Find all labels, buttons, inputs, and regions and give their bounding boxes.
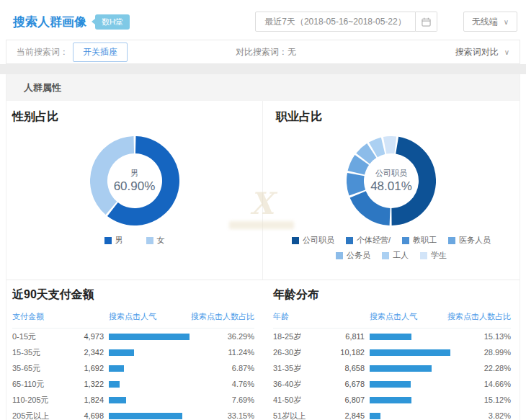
- column-header: 年龄: [273, 311, 334, 322]
- page-header: 搜索人群画像 数H堂 最近7天（2018-05-16~2018-05-22） 无…: [6, 9, 520, 35]
- donut-slice-女: [90, 136, 134, 215]
- table-row: 65-110元1,3224.76%: [12, 376, 254, 392]
- row-pct: 7.69%: [202, 396, 254, 404]
- bar-track: [109, 397, 202, 403]
- donut-slice-个体经营/: [350, 191, 391, 225]
- stat-tables-row: 近90天支付金额 支付金额搜索点击人气搜索点击人数占比 0-15元4,97336…: [6, 280, 520, 420]
- legend-swatch-icon: [336, 252, 343, 259]
- row-pct: 28.99%: [459, 348, 511, 357]
- legend-item[interactable]: 学生: [420, 250, 447, 261]
- section-title: 人群属性: [24, 82, 61, 93]
- table-row: 110-205元1,8247.69%: [12, 392, 254, 408]
- row-pct: 15.12%: [459, 396, 511, 404]
- row-label: 26-30岁: [273, 347, 334, 358]
- bar-track: [370, 413, 459, 419]
- age-table-panel: 年龄分布 年龄搜索点击人气搜索点击人数占比 18-25岁6,81115.13%2…: [263, 280, 520, 420]
- legend-item[interactable]: 公务员: [336, 250, 370, 261]
- bar: [109, 334, 190, 340]
- row-pct: 4.76%: [202, 380, 254, 388]
- bar-track: [370, 381, 459, 388]
- row-value: 6,807: [334, 396, 365, 404]
- legend-item[interactable]: 教职工: [402, 235, 437, 246]
- calendar-icon: [422, 17, 431, 27]
- row-label: 51岁以上: [273, 411, 334, 420]
- table-row: 31-35岁8,65822.28%: [273, 360, 511, 376]
- legend-item[interactable]: 个体经营/: [346, 235, 391, 246]
- table-row: 205元以上4,69833.15%: [12, 408, 254, 420]
- table-row: 0-15元4,97336.29%: [12, 329, 254, 344]
- chart-title-gender: 性别占比: [6, 110, 262, 125]
- legend-label: 学生: [431, 250, 447, 261]
- section-separator: [0, 64, 526, 74]
- legend-label: 教职工: [413, 235, 437, 246]
- donut-slice-学生: [383, 136, 396, 154]
- chevron-down-icon: ∨: [504, 48, 509, 56]
- legend-item[interactable]: 女: [146, 235, 165, 246]
- bar-track: [109, 413, 202, 419]
- bar-track: [109, 349, 202, 356]
- legend-swatch-icon: [146, 237, 153, 244]
- table-row: 26-30岁10,18228.99%: [273, 344, 511, 360]
- legend-item[interactable]: 公司职员: [292, 235, 334, 246]
- row-value: 6,811: [334, 332, 365, 341]
- bar: [109, 397, 126, 403]
- gender-chart-panel: 性别占比 男 60.90% 男女: [6, 101, 263, 280]
- legend-label: 公司职员: [303, 235, 334, 246]
- donut-charts-row: 性别占比 男 60.90% 男女 职业占比 公司职员 48.01%: [6, 101, 520, 280]
- row-pct: 22.28%: [459, 364, 511, 372]
- row-label: 18-25岁: [273, 331, 334, 342]
- bar: [370, 381, 411, 388]
- bar: [109, 381, 120, 388]
- table-row: 18-25岁6,81115.13%: [273, 329, 511, 344]
- bar-track: [109, 365, 202, 372]
- row-label: 35-65元: [12, 363, 73, 374]
- legend-item[interactable]: 男: [104, 235, 123, 246]
- row-label: 110-205元: [12, 395, 73, 406]
- payment-table-panel: 近90天支付金额 支付金额搜索点击人气搜索点击人数占比 0-15元4,97336…: [6, 280, 263, 420]
- bar-track: [370, 349, 459, 356]
- current-keyword-button[interactable]: 开关插座: [73, 43, 128, 62]
- legend-label: 个体经营/: [357, 235, 391, 246]
- occupation-chart-panel: 职业占比 公司职员 48.01% 公司职员个体经营/教职工医务人员公务员工人学生: [263, 101, 520, 280]
- row-value: 1,824: [73, 396, 104, 404]
- compare-keyword-label: 对比搜索词：无: [236, 46, 296, 58]
- row-label: 205元以上: [12, 411, 73, 420]
- column-header: 搜索点击人气: [73, 311, 182, 322]
- legend-label: 男: [115, 235, 123, 246]
- gender-legend: 男女: [16, 235, 254, 246]
- terminal-dropdown[interactable]: 无线端 ∨: [463, 12, 517, 32]
- donut-slice-教职工: [347, 173, 365, 196]
- current-keyword-label: 当前搜索词：: [17, 46, 68, 58]
- row-pct: 33.15%: [202, 411, 254, 420]
- chevron-down-icon: ∨: [504, 18, 509, 26]
- legend-item[interactable]: 医务人员: [448, 235, 491, 246]
- bar: [370, 349, 450, 356]
- column-header: 搜索点击人数占比: [182, 311, 254, 322]
- title-badge: 数H堂: [95, 14, 130, 30]
- table-row: 35-65元1,6926.87%: [12, 360, 254, 376]
- keyword-compare-dropdown[interactable]: 搜索词对比 ∨: [455, 46, 509, 58]
- row-pct: 15.13%: [459, 332, 511, 341]
- occupation-donut-chart: 公司职员 48.01%: [347, 136, 436, 225]
- legend-item[interactable]: 工人: [382, 250, 409, 261]
- keyword-compare-label: 搜索词对比: [455, 46, 499, 58]
- row-label: 31-35岁: [273, 363, 334, 374]
- calendar-button[interactable]: [416, 12, 437, 32]
- date-range-selector[interactable]: 最近7天（2018-05-16~2018-05-22）: [255, 12, 415, 32]
- page-title: 搜索人群画像: [13, 14, 86, 30]
- age-table-body: 18-25岁6,81115.13%26-30岁10,18228.99%31-35…: [273, 329, 511, 420]
- legend-label: 女: [157, 235, 165, 246]
- table-title-age: 年龄分布: [273, 287, 511, 303]
- payment-table-body: 0-15元4,97336.29%15-35元2,34211.24%35-65元1…: [12, 329, 254, 420]
- age-table-header: 年龄搜索点击人气搜索点击人数占比: [273, 307, 511, 329]
- row-label: 15-35元: [12, 347, 73, 358]
- row-value: 2,342: [73, 348, 104, 357]
- column-header: 支付金额: [12, 311, 73, 322]
- row-value: 4,973: [73, 332, 104, 341]
- row-label: 0-15元: [12, 331, 73, 342]
- legend-swatch-icon: [402, 237, 409, 244]
- bar-track: [370, 334, 459, 340]
- bar: [370, 397, 411, 403]
- legend-swatch-icon: [346, 237, 353, 244]
- legend-swatch-icon: [382, 252, 389, 259]
